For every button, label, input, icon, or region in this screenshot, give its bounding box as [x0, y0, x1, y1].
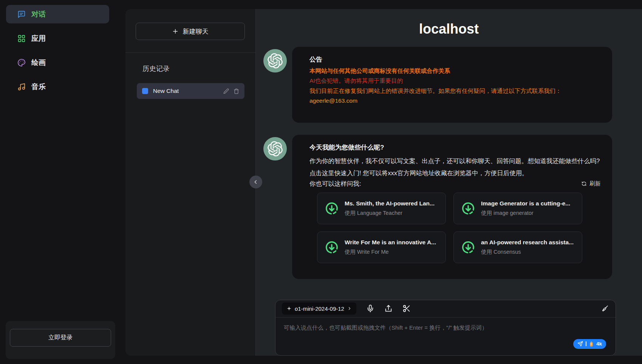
suggestion-subtitle: 使用 Write For Me — [345, 248, 436, 256]
model-name: o1-mini-2024-09-12 — [295, 305, 344, 312]
music-note-icon — [17, 83, 26, 91]
contact-email-link[interactable]: ageerle@163.com — [309, 97, 601, 105]
openai-logo-icon — [268, 53, 283, 68]
message-input[interactable] — [275, 318, 616, 349]
download-circle-icon — [461, 240, 475, 254]
sidebar-item-label: 绘画 — [31, 58, 46, 68]
chevron-right-icon — [347, 306, 352, 311]
new-chat-label: 新建聊天 — [183, 27, 209, 36]
grid-icon — [17, 34, 26, 43]
sidebar-item-chat[interactable]: 对话 — [6, 5, 109, 23]
suggestion-subtitle: 使用 Language Teacher — [345, 210, 435, 217]
microphone-icon — [366, 304, 374, 313]
ask-hint-text: 你也可以这样问我: — [309, 180, 361, 188]
upload-button[interactable] — [384, 304, 393, 313]
badge-divider — [586, 341, 586, 346]
login-button[interactable]: 立即登录 — [10, 329, 111, 347]
suggestion-card-language-teacher[interactable]: Ms. Smith, the AI-powered Lan... 使用 Lang… — [317, 193, 446, 224]
sidebar-item-label: 音乐 — [31, 82, 46, 92]
suggestion-subtitle: 使用 image generator — [481, 210, 570, 217]
announcement-heading: 公告 — [309, 55, 601, 64]
sparkle-icon — [286, 306, 292, 311]
chat-message-area: 公告 本网站与任何其他公司或商标没有任何关联或合作关系 AI也会犯错。请勿将其用… — [256, 37, 642, 291]
refresh-label: 刷新 — [589, 180, 601, 187]
content-panel: 新建聊天 历史记录 New Chat — [125, 9, 642, 356]
chat-list-divider — [125, 52, 255, 53]
assistant-message-announcement: 公告 本网站与任何其他公司或商标没有任何关联或合作关系 AI也会犯错。请勿将其用… — [263, 47, 612, 123]
battery-icon — [589, 341, 594, 347]
welcome-bubble: 今天我能为您做些什么呢? 作为你的智慧伙伴，我不仅可以写文案、出点子，还可以和你… — [292, 135, 612, 279]
suggestion-subtitle: 使用 Consensus — [481, 248, 574, 256]
clear-context-button[interactable] — [601, 304, 609, 313]
announcement-line-disclaimer: 本网站与任何其他公司或商标没有任何关联或合作关系 — [309, 67, 601, 75]
welcome-heading: 今天我能为您做些什么呢? — [309, 143, 601, 152]
composer-toolbar: o1-mini-2024-09-12 — [275, 300, 616, 318]
suggestion-title: Write For Me is an innovative A... — [345, 239, 436, 246]
edit-pencil-icon[interactable] — [223, 88, 229, 94]
chat-item-color-icon — [142, 88, 148, 94]
sidebar-item-label: 对话 — [31, 9, 46, 19]
trash-icon[interactable] — [234, 88, 239, 94]
new-chat-button[interactable]: 新建聊天 — [136, 23, 245, 40]
chat-item-actions — [223, 88, 239, 94]
download-circle-icon — [461, 201, 475, 216]
send-token-badge[interactable]: 4k — [573, 339, 606, 349]
sidebar-item-draw[interactable]: 绘画 — [6, 53, 109, 72]
chat-item-title: New Chat — [153, 88, 218, 94]
announcement-line-warning: AI也会犯错。请勿将其用于重要目的 — [309, 77, 601, 85]
suggestion-card-write-for-me[interactable]: Write For Me is an innovative A... 使用 Wr… — [317, 231, 446, 263]
broom-icon — [601, 304, 609, 313]
assistant-avatar — [263, 137, 287, 160]
sidebar: 对话 应用 绘画 — [0, 0, 115, 364]
download-circle-icon — [325, 201, 339, 216]
composer-panel: o1-mini-2024-09-12 — [275, 300, 616, 356]
openai-logo-icon — [268, 141, 283, 156]
suggestion-card-consensus[interactable]: an AI-powered research assista... 使用 Con… — [453, 231, 582, 263]
plus-icon — [172, 28, 178, 34]
sidebar-item-label: 应用 — [31, 34, 46, 43]
refresh-icon — [581, 181, 587, 187]
app-window: 对话 应用 绘画 — [0, 0, 642, 364]
scissors-button[interactable] — [402, 304, 411, 313]
assistant-avatar — [263, 49, 287, 72]
suggestion-card-image-generator[interactable]: Image Generator is a cutting-e... 使用 ima… — [453, 193, 582, 224]
suggestion-title: Image Generator is a cutting-e... — [481, 200, 570, 207]
suggestion-grid: Ms. Smith, the AI-powered Lan... 使用 Lang… — [317, 193, 601, 263]
chat-history-item[interactable]: New Chat — [137, 83, 244, 99]
download-circle-icon — [325, 240, 339, 254]
send-plane-icon — [577, 341, 583, 347]
announcement-line-contact: 我们目前正在修复我们网站上的错误并改进细节。如果您有任何疑问，请通过以下方式联系… — [309, 87, 601, 95]
sidebar-item-music[interactable]: 音乐 — [6, 77, 109, 96]
sidebar-item-apps[interactable]: 应用 — [6, 29, 109, 48]
refresh-suggestions-button[interactable]: 刷新 — [581, 180, 601, 187]
palette-icon — [17, 59, 26, 67]
main-chat-column: localhost 公告 本网站与任何其他公司或商标没有任何关联或合作关系 AI… — [256, 9, 642, 356]
page-title: localhost — [256, 21, 642, 37]
welcome-body-text: 作为你的智慧伙伴，我不仅可以写文案、出点子，还可以和你聊天、回答问题。想知道我还… — [309, 155, 601, 179]
login-card: 立即登录 — [6, 321, 115, 359]
announcement-bubble: 公告 本网站与任何其他公司或商标没有任何关联或合作关系 AI也会犯错。请勿将其用… — [292, 47, 612, 123]
scissors-icon — [402, 304, 411, 313]
collapse-sidebar-button[interactable] — [249, 176, 262, 188]
history-title: 历史记录 — [142, 64, 245, 73]
model-selector[interactable]: o1-mini-2024-09-12 — [282, 302, 356, 315]
suggestion-title: an AI-powered research assista... — [481, 239, 574, 246]
chevron-left-icon — [253, 179, 259, 185]
chat-bubble-icon — [17, 10, 26, 19]
upload-icon — [384, 304, 393, 313]
assistant-message-welcome: 今天我能为您做些什么呢? 作为你的智慧伙伴，我不仅可以写文案、出点子，还可以和你… — [263, 135, 612, 279]
suggestion-title: Ms. Smith, the AI-powered Lan... — [345, 200, 435, 207]
token-count: 4k — [596, 341, 602, 347]
chat-list-column: 新建聊天 历史记录 New Chat — [125, 9, 256, 356]
microphone-button[interactable] — [366, 304, 374, 313]
